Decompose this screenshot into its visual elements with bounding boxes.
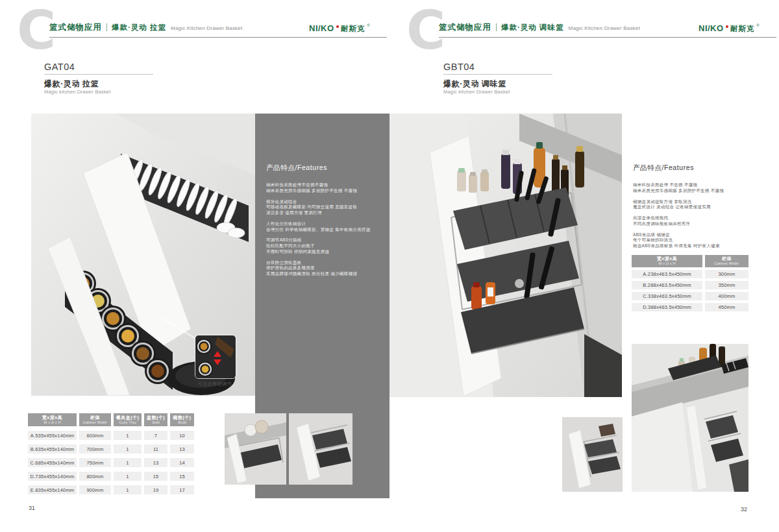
feature-line: 灵活多变 使用方便 更易打理	[266, 210, 382, 216]
header-series: 爆款·灵动 调味篮	[501, 23, 564, 32]
feature-line: 纳米科技表面处理 不生锈 不腐蚀	[633, 182, 773, 188]
feature-group: ABS食品级 储物盒每个可单独拆卸清洗精选ABS食品级材质 环保无毒 呵护家人健…	[633, 232, 773, 249]
table-header-cell: 柜体Cabinet Width	[79, 413, 111, 426]
feature-line: 不同高度调味瓶收纳井然有序	[633, 221, 773, 227]
product-code: GBT04	[443, 62, 475, 72]
registered-mark: ®	[367, 23, 369, 27]
logo-chinese: 耐斯克	[341, 24, 365, 34]
table-header-cell: 餐具盒(个)Cutly Tray	[114, 413, 142, 426]
spec-table-left: 宽x深x高W x D x H柜体Cabinet Width餐具盒(个)Cutly…	[28, 413, 194, 494]
feature-line: 纳米表面光滑手感细腻 多层防护不生锈 不腐蚀	[266, 188, 382, 194]
main-photo-spice-basket	[390, 114, 622, 397]
header-rule	[49, 37, 387, 38]
table-cell: D.735x455x140mm	[28, 472, 77, 481]
table-cell: 800mm	[79, 472, 111, 481]
nisko-logo: NI/KO 耐斯克 ®	[309, 23, 370, 34]
table-cell: 750mm	[79, 458, 111, 467]
adjustable-jar-closeup	[195, 335, 236, 378]
thumb-illustration	[225, 413, 286, 485]
feature-line: 自带防尘滑轨盖板	[266, 260, 382, 266]
feature-line: 模块化灵动组合	[266, 199, 382, 205]
table-cell: 15	[144, 472, 167, 481]
feature-line: ABS食品级 储物盒	[633, 232, 773, 238]
feature-group: 纳米科技表面处理不生锈不腐蚀纳米表面光滑手感细腻 多层防护不生锈 不腐蚀	[266, 182, 382, 194]
table-cell: B.635x455x140mm	[28, 444, 77, 453]
table-cell: 1	[114, 458, 142, 467]
feature-group: 模块化灵动组合可移动底板及碗碟架 均可独立使用 且随意提取灵活多变 使用方便 更…	[266, 199, 382, 216]
callout-inset-photo	[195, 335, 236, 379]
feature-line: 轻松匹配不同大小的瓶子	[266, 243, 382, 249]
feature-line: 采用品牌缓冲隐藏滑轨 推拉轻柔 减少碗碟碰撞	[266, 271, 382, 277]
feature-line: 精选ABS食品级材质 环保无毒 呵护家人健康	[633, 243, 773, 249]
feature-line: 高深盒体低矮瓶托	[633, 215, 773, 221]
feature-line: 纳米表面光滑手感细腻 多层防护不生锈 不腐蚀	[633, 188, 773, 194]
feature-line: 可调节ABS分隔板	[266, 237, 382, 243]
spice-basket-illustration	[390, 114, 622, 397]
page-number-left: 31	[29, 505, 35, 511]
thumb-photo-spice-pullout	[562, 417, 623, 492]
thumb-photo-two-tier-basket	[289, 413, 352, 485]
features-title: 产品特点/Features	[266, 163, 382, 173]
table-header-cell: 盘数(个)Dish	[144, 413, 167, 426]
table-cell: 13	[144, 458, 167, 467]
feature-line: 合理分区 科学收纳碗碟架、置物盒 集中收纳分类存放	[266, 227, 382, 233]
product-code-rule	[44, 74, 153, 75]
logo-wordmark: NI/KO	[309, 23, 334, 33]
thumb-illustration	[562, 417, 623, 492]
registered-mark: ®	[756, 23, 759, 27]
nisko-logo: NI/KO 耐斯克 ®	[699, 23, 760, 34]
table-cell: E.835x455x140mm	[28, 485, 77, 494]
features-list: 纳米科技表面处理不生锈不腐蚀纳米表面光滑手感细腻 多层防护不生锈 不腐蚀模块化灵…	[266, 182, 382, 277]
page-number-right: 32	[741, 506, 747, 513]
table-cell: B.288x463.5x450mm	[632, 281, 702, 289]
feature-group: 纳米科技表面处理 不生锈 不腐蚀纳米表面光滑手感细腻 多层防护不生锈 不腐蚀	[633, 182, 773, 194]
table-cell: 7	[144, 431, 167, 440]
table-header-cell: 宽x深x高W x D x H	[28, 413, 77, 426]
header-divider	[106, 23, 107, 31]
feature-line: 魔盒式设计 灵动组合 让收纳更便捷实用	[633, 204, 773, 210]
countertop-illustration	[632, 344, 748, 492]
thumb-photo-towel-basket	[225, 413, 286, 485]
table-cell: A.535x455x140mm	[28, 431, 77, 440]
feature-group: 可调节ABS分隔板轻松匹配不同大小的瓶子不用时可拆卸 拒绝约束随意摆放	[266, 237, 382, 254]
table-cell: 1	[114, 472, 142, 481]
feature-group: 自带防尘滑轨盖板保护滑轨的品质及顺滑度采用品牌缓冲隐藏滑轨 推拉轻柔 减少碗碟碰…	[266, 260, 382, 277]
feature-line: 保护滑轨的品质及顺滑度	[266, 265, 382, 271]
page-header-left: 篮式储物应用 爆款·灵动 拉篮 Magic Kitchen Drawer Bas…	[49, 22, 242, 33]
table-cell: 11	[144, 444, 167, 453]
features-block-left: 产品特点/Features 纳米科技表面处理不生锈不腐蚀纳米表面光滑手感细腻 多…	[266, 163, 382, 282]
table-cell: 300mm	[705, 270, 748, 278]
product-name: 爆款·灵动 拉篮	[44, 79, 99, 90]
product-code-rule	[443, 74, 552, 75]
logo-dot-icon	[726, 25, 728, 28]
page-header-right: 篮式储物应用 爆款·灵动 调味篮 Magic Kitchen Drawer Ba…	[439, 22, 640, 33]
table-cell: C.338x463.5x450mm	[632, 292, 702, 300]
feature-line: 纳米科技表面处理不生锈不腐蚀	[266, 182, 382, 188]
table-cell: 1	[114, 444, 142, 453]
feature-group: 储物盒灵动提取方便 拿取清洗魔盒式设计 灵动组合 让收纳更便捷实用	[633, 199, 773, 211]
feature-group: 高深盒体低矮瓶托不同高度调味瓶收纳井然有序	[633, 215, 773, 227]
catalog-spread: C 篮式储物应用 爆款·灵动 拉篮 Magic Kitchen Drawer B…	[0, 0, 779, 532]
table-cell: 400mm	[705, 292, 748, 300]
features-block-right: 产品特点/Features 纳米科技表面处理 不生锈 不腐蚀纳米表面光滑手感细腻…	[633, 163, 773, 254]
feature-line: 人性化分区收纳设计	[266, 221, 382, 227]
table-cell: 14	[170, 458, 194, 467]
callout-label: 可左右移动调节	[184, 381, 246, 387]
logo-wordmark: NI/KO	[699, 23, 724, 33]
table-cell: 600mm	[79, 431, 111, 440]
table-cell: 10	[170, 431, 194, 440]
spec-table-right: 宽x深x高W x D x H柜体Cabinet WidthA.238x463.5…	[632, 255, 748, 311]
table-cell: C.685x455x140mm	[28, 458, 77, 467]
table-cell: 19	[144, 485, 167, 494]
header-category: 篮式储物应用	[439, 22, 491, 33]
table-cell: 350mm	[705, 281, 748, 289]
table-cell: 1	[114, 485, 142, 494]
feature-line: 每个可单独拆卸清洗	[633, 237, 773, 243]
features-title: 产品特点/Features	[633, 163, 773, 173]
header-series: 爆款·灵动 拉篮	[112, 23, 166, 32]
table-cell: 900mm	[79, 485, 111, 494]
product-name-en: Magic kitchen Drawer Basket	[443, 89, 510, 95]
feature-group: 人性化分区收纳设计合理分区 科学收纳碗碟架、置物盒 集中收纳分类存放	[266, 221, 382, 233]
feature-line: 不用时可拆卸 拒绝约束随意摆放	[266, 249, 382, 255]
header-rule	[439, 37, 776, 38]
